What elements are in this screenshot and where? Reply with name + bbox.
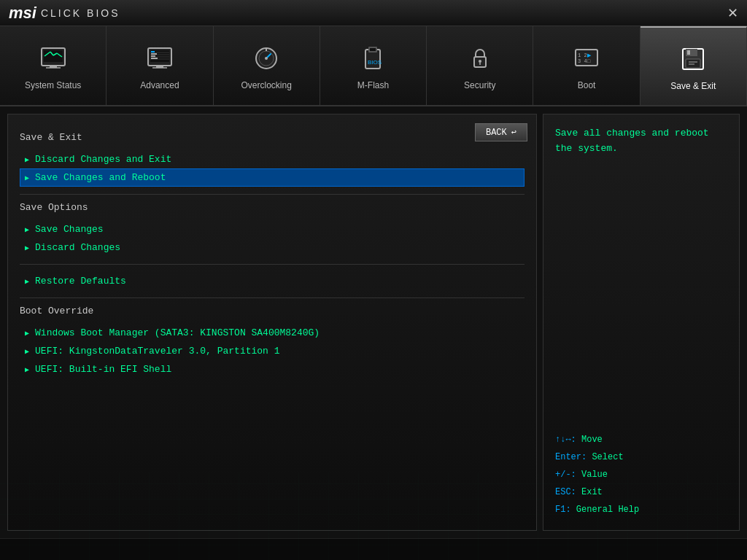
discard-changes-exit-label: Discard Changes and Exit xyxy=(35,154,171,165)
svg-rect-40 xyxy=(686,59,700,68)
arrow-icon-1: ▶ xyxy=(25,155,29,164)
divider-1 xyxy=(20,194,525,195)
save-exit-icon xyxy=(676,42,711,77)
nav-mflash[interactable]: BIOS M-Flash xyxy=(320,26,427,105)
key-hint-label: +/-: xyxy=(555,470,576,480)
svg-rect-14 xyxy=(151,51,155,52)
key-hint-label: ESC: xyxy=(555,487,576,497)
logo: msi CLICK BIOS xyxy=(9,4,120,23)
nav-security-label: Security xyxy=(464,80,495,90)
arrow-icon-3: ▶ xyxy=(25,225,29,234)
system-status-icon xyxy=(36,41,71,76)
arrow-icon-4: ▶ xyxy=(25,244,29,252)
key-hints: ↑↓↔: MoveEnter: Select+/-: ValueESC: Exi… xyxy=(555,431,727,518)
arrow-icon-5: ▶ xyxy=(25,277,29,286)
nav-overclocking[interactable]: Overclocking xyxy=(214,26,320,105)
key-hint-label: Enter: xyxy=(555,452,587,462)
nav-system-status[interactable]: System Status xyxy=(0,26,107,105)
arrow-icon-8: ▶ xyxy=(25,365,29,374)
save-changes-item[interactable]: ▶ Save Changes xyxy=(20,220,525,238)
boot-kingston-item[interactable]: ▶ UEFI: KingstonDataTraveler 3.0, Partit… xyxy=(20,342,525,360)
divider-3 xyxy=(20,298,525,298)
svg-text:1 2: 1 2 xyxy=(578,52,587,58)
key-hint-value: Exit xyxy=(581,487,603,497)
svg-rect-39 xyxy=(687,50,690,55)
nav-overclocking-label: Overclocking xyxy=(241,80,292,90)
nav-boot[interactable]: 1 2 3 4 ▶ □ Boot xyxy=(533,26,640,105)
svg-rect-1 xyxy=(44,50,63,62)
key-hint-value: Select xyxy=(592,452,623,462)
nav-mflash-label: M-Flash xyxy=(357,80,389,90)
arrow-icon-6: ▶ xyxy=(25,329,29,338)
right-panel: Save all changes and reboot the system. … xyxy=(543,114,740,531)
nav-save-exit-label: Save & Exit xyxy=(670,81,716,91)
arrow-icon-2: ▶ xyxy=(25,174,29,182)
advanced-icon xyxy=(142,41,177,76)
boot-efi-shell-item[interactable]: ▶ UEFI: Built-in EFI Shell xyxy=(20,360,525,378)
nav-system-status-label: System Status xyxy=(25,80,81,90)
boot-override-title: Boot Override xyxy=(20,306,525,316)
titlebar: msi CLICK BIOS ✕ xyxy=(0,0,747,26)
boot-icon: 1 2 3 4 ▶ □ xyxy=(569,41,604,76)
nav-advanced[interactable]: Advanced xyxy=(107,26,213,105)
security-icon xyxy=(462,41,498,76)
discard-changes-exit-item[interactable]: ▶ Discard Changes and Exit xyxy=(20,150,525,168)
save-changes-reboot-item[interactable]: ▶ Save Changes and Reboot xyxy=(20,168,525,187)
back-button[interactable]: BACK ↩ xyxy=(475,123,527,141)
save-options-title: Save Options xyxy=(20,202,525,213)
save-changes-label: Save Changes xyxy=(35,224,104,235)
svg-rect-16 xyxy=(151,55,155,57)
key-hint-label: ↑↓↔: xyxy=(555,435,576,445)
nav-security[interactable]: Security xyxy=(427,26,533,105)
svg-rect-17 xyxy=(151,58,158,59)
divider-2 xyxy=(20,264,525,265)
navbar: System Status Advanced xyxy=(0,26,747,106)
svg-rect-27 xyxy=(370,48,376,51)
discard-changes-label: Discard Changes xyxy=(35,242,120,253)
arrow-icon-7: ▶ xyxy=(25,347,29,356)
boot-windows-label: Windows Boot Manager (SATA3: KINGSTON SA… xyxy=(35,327,320,338)
boot-efi-shell-label: UEFI: Built-in EFI Shell xyxy=(35,364,171,375)
msi-logo: msi xyxy=(9,4,36,23)
discard-changes-item[interactable]: ▶ Discard Changes xyxy=(20,238,525,257)
svg-text:BIOS: BIOS xyxy=(368,59,382,66)
overclocking-icon xyxy=(249,41,284,76)
svg-point-24 xyxy=(265,57,268,60)
svg-point-30 xyxy=(479,60,481,63)
main-area: BACK ↩ Save & Exit ▶ Discard Changes and… xyxy=(0,106,747,538)
left-panel: BACK ↩ Save & Exit ▶ Discard Changes and… xyxy=(7,114,537,531)
svg-text:3 4: 3 4 xyxy=(578,58,587,64)
key-hint-value: Move xyxy=(581,435,603,445)
save-changes-reboot-label: Save Changes and Reboot xyxy=(35,172,166,183)
nav-advanced-label: Advanced xyxy=(140,80,179,90)
save-exit-title: Save & Exit xyxy=(20,132,525,143)
boot-kingston-label: UEFI: KingstonDataTraveler 3.0, Partitio… xyxy=(35,346,279,357)
restore-defaults-item[interactable]: ▶ Restore Defaults xyxy=(20,272,525,290)
key-hint-label: F1: xyxy=(555,505,571,515)
key-hint-value: General Help xyxy=(576,505,639,515)
svg-rect-15 xyxy=(151,53,157,55)
close-button[interactable]: ✕ xyxy=(727,7,738,20)
boot-windows-item[interactable]: ▶ Windows Boot Manager (SATA3: KINGSTON … xyxy=(20,324,525,342)
restore-defaults-label: Restore Defaults xyxy=(35,276,126,287)
nav-save-exit[interactable]: Save & Exit xyxy=(640,26,747,105)
click-bios-label: CLICK BIOS xyxy=(41,7,120,19)
bottom-bar xyxy=(0,538,747,560)
nav-boot-label: Boot xyxy=(578,80,596,90)
mflash-icon: BIOS xyxy=(355,41,390,76)
description-text: Save all changes and reboot the system. xyxy=(555,126,727,157)
key-hint-value: Value xyxy=(581,470,608,480)
